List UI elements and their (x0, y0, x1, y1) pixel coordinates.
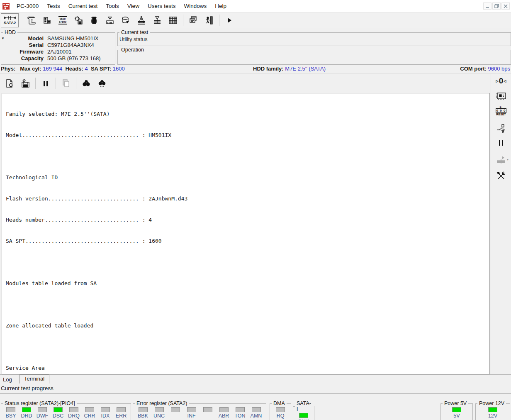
terminal-line (6, 301, 486, 308)
lamp-err (117, 407, 126, 412)
tab-terminal[interactable]: Terminal (19, 374, 49, 383)
utility-status-icon[interactable] (23, 13, 39, 27)
drive-zero-position-icon[interactable]: ▷0◁ (491, 76, 511, 85)
menu-windows[interactable]: Windows (180, 0, 211, 12)
clear-log-icon[interactable] (2, 76, 17, 90)
minimize-button[interactable] (483, 2, 492, 10)
menu-tests[interactable]: Tests (43, 0, 64, 12)
pause-glyph (44, 81, 48, 86)
utility-status-label: Utility status (118, 35, 511, 44)
power-switch-icon[interactable] (491, 123, 511, 134)
progress-label: Current test progress (1, 385, 54, 391)
restore-button[interactable] (492, 2, 501, 10)
pcb-card-icon[interactable] (491, 91, 511, 100)
zero-glyph: 0 (499, 76, 504, 85)
exit-icon[interactable] (201, 13, 217, 27)
power12v-legend: Power 12V (477, 400, 506, 406)
hdd-capacity-value: 500 GB (976 773 168) (47, 55, 115, 61)
baud-rate-icon[interactable]: 9600 57600 (55, 13, 71, 27)
pause-icon[interactable] (38, 76, 54, 90)
hdd-model-label: Model (2, 35, 44, 42)
sata2-mode-button[interactable]: SATA2 (1, 13, 19, 27)
indicator-inf: INF (184, 407, 200, 419)
lamp-bsy (6, 407, 15, 412)
compass-icon[interactable] (134, 13, 149, 27)
start-icon[interactable] (221, 13, 237, 27)
toolbar-separator (21, 15, 21, 26)
progress-row: Current test progress (0, 383, 511, 393)
menu-view[interactable]: View (123, 0, 144, 12)
right-toolbar: ▷0◁ 1↓ 0 0 0 RESET ▾ (491, 74, 511, 374)
indicator-12v: 12V (485, 407, 501, 419)
lamp-crr (85, 407, 94, 412)
status-register-group: Status register (SATA2)-[PIO4] BSY DRD D… (1, 400, 131, 420)
indicator-bbk: BBK (135, 407, 151, 419)
main-toolbar: SATA2 9600 57600 (0, 12, 511, 28)
reset-digits: 0 0 0 (496, 108, 507, 113)
work-area: Family selected: M7E 2.5''(SATA) Model..… (0, 74, 511, 374)
reset-step-glyph: 1↓ (499, 105, 502, 108)
indicator-blank-1 (168, 407, 183, 419)
lamp-ton (236, 407, 245, 412)
find-icon[interactable] (78, 76, 94, 90)
hdd-panel: HDD Model SAMSUNG HM501IX Serial C5971G8… (1, 29, 115, 65)
sa-spt-value: 1600 (113, 66, 125, 72)
settings-save-icon[interactable] (71, 13, 86, 27)
pause-io-icon[interactable] (491, 140, 511, 146)
close-button[interactable] (501, 2, 510, 10)
menu-tools[interactable]: Tools (102, 0, 123, 12)
start-options-dropdown[interactable]: ▾ (507, 158, 509, 161)
menu-users-tests[interactable]: Users tests (144, 0, 180, 12)
menu-current-test[interactable]: Current test (64, 0, 102, 12)
hdd-model-value: SAMSUNG HM501IX (47, 35, 115, 42)
lamp-dsc (54, 407, 63, 412)
max-cyl-value: 169 944 (43, 66, 62, 72)
reset-counter-icon[interactable]: 1↓ 0 0 0 RESET (491, 105, 511, 116)
grid-icon[interactable] (165, 13, 181, 27)
bottom-tab-strip: Log Terminal (0, 374, 511, 383)
heads-label: Heads: (65, 66, 83, 72)
save-log-icon[interactable] (17, 76, 33, 90)
lamp-bbk (139, 407, 148, 412)
lamp-phy (299, 413, 308, 418)
toolbar-separator (219, 15, 219, 26)
lamp-dwf (38, 407, 47, 412)
lamp-drd (22, 407, 31, 412)
divider (0, 397, 511, 397)
filter-lines-icon[interactable] (149, 13, 165, 27)
terminal-line: Modules table loaded from SA (6, 280, 486, 287)
cascade-windows-icon[interactable] (185, 13, 201, 27)
operation-legend: Operation (119, 47, 146, 53)
hdd-serial-label: Serial (2, 42, 44, 48)
error-register-group: Error register (SATA2) BBK UNC INF ABR T… (133, 400, 266, 420)
com-port-value: 9600 bps (488, 66, 511, 72)
terminal-line: Zone allocated table loaded (6, 322, 486, 329)
hdd-capacity-label: Capacity (2, 55, 44, 61)
copy-icon[interactable] (58, 76, 74, 90)
minimize-icon (485, 4, 489, 8)
lamp-blank-1 (171, 407, 180, 412)
database-icon[interactable] (118, 13, 134, 27)
indicator-idx: IDX (97, 407, 113, 419)
reset-label: RESET (496, 113, 506, 116)
head-ruler-icon[interactable] (102, 13, 118, 27)
hdd-panel-legend: HDD (3, 29, 17, 35)
chip-test-icon[interactable] (86, 13, 102, 27)
find-next-icon[interactable] (94, 76, 110, 90)
dma-group: DMA RQ (270, 400, 291, 420)
tab-log[interactable]: Log (3, 376, 12, 383)
toolbar-separator (183, 15, 183, 26)
lamp-amn (252, 407, 261, 412)
start-filtered-icon[interactable]: ▾ (491, 155, 511, 165)
tools-icon[interactable] (491, 171, 511, 181)
terminal-line: SA SPT..................................… (6, 237, 486, 244)
menu-pc3000[interactable]: PC-3000 (12, 0, 43, 12)
hdd-firmware-value: 2AJ10001 (47, 49, 115, 55)
hdd-family-value: M7E 2.5'' (SATA) (285, 66, 326, 72)
log-toolbar (0, 75, 490, 92)
terminal-log-view[interactable]: Family selected: M7E 2.5''(SATA) Model..… (2, 93, 490, 374)
menu-help[interactable]: Help (211, 0, 231, 12)
indicator-dwf: DWF (34, 407, 50, 419)
hdd-selector-dropdown[interactable]: ▼ (1, 37, 5, 40)
resources-icon[interactable] (39, 13, 55, 27)
